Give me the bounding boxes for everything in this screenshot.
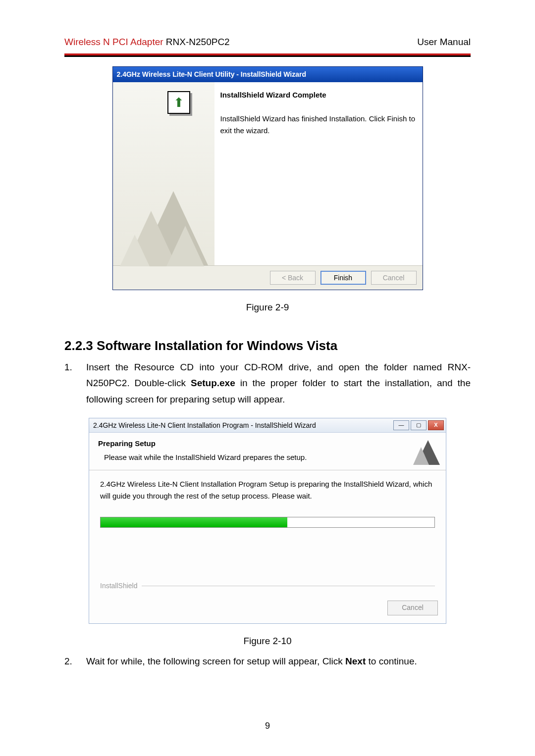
header-product-model: RNX-N250PC2	[163, 37, 230, 47]
vista-preparing-setup-dialog: 2.4GHz Wireless Lite-N Client Installati…	[89, 418, 446, 624]
page-header: Wireless N PCI Adapter RNX-N250PC2 User …	[64, 35, 471, 51]
section-2-2-3-heading: 2.2.3 Software Installation for Windows …	[64, 336, 471, 356]
finish-button[interactable]: Finish	[321, 271, 366, 285]
step-2-number: 2.	[64, 654, 86, 670]
vista-body-text: 2.4GHz Wireless Lite-N Client Installati…	[100, 478, 435, 502]
maximize-icon[interactable]: ▢	[411, 420, 427, 430]
vista-header-bold: Preparing Setup	[98, 438, 405, 450]
installshield-brand: InstallShield	[100, 580, 138, 591]
cancel-button[interactable]: Cancel	[371, 271, 417, 285]
page-number: 9	[0, 719, 535, 733]
dialog-side-graphic: ⬆	[113, 82, 214, 265]
vista-cancel-button[interactable]: Cancel	[387, 601, 438, 615]
header-product-red: Wireless N PCI Adapter	[64, 37, 163, 47]
close-icon[interactable]: X	[428, 420, 444, 430]
back-button[interactable]: < Back	[270, 271, 316, 285]
step-2-text: Wait for while, the following screen for…	[86, 654, 471, 670]
dialog-titlebar: 2.4GHz Wireless Lite-N Client Utility - …	[113, 67, 423, 82]
step-1-text: Insert the Resource CD into your CD-ROM …	[86, 359, 471, 408]
step-1-number: 1.	[64, 359, 86, 408]
figure-2-10-caption: Figure 2-10	[64, 634, 471, 649]
vista-header-icon	[405, 438, 440, 465]
dialog-heading: InstallShield Wizard Complete	[220, 89, 418, 101]
installshield-complete-dialog: 2.4GHz Wireless Lite-N Client Utility - …	[112, 66, 423, 290]
dialog-text: InstallShield Wizard has finished Instal…	[220, 113, 418, 137]
header-divider	[64, 53, 471, 56]
installer-icon: ⬆	[167, 91, 190, 114]
minimize-icon[interactable]: —	[393, 420, 409, 430]
figure-2-9-caption: Figure 2-9	[64, 300, 471, 315]
header-usermanual: User Manual	[417, 35, 471, 50]
vista-dialog-title: 2.4GHz Wireless Lite-N Client Installati…	[93, 420, 316, 431]
progress-bar	[100, 517, 435, 528]
vista-header-sub: Please wait while the InstallShield Wiza…	[98, 452, 405, 463]
